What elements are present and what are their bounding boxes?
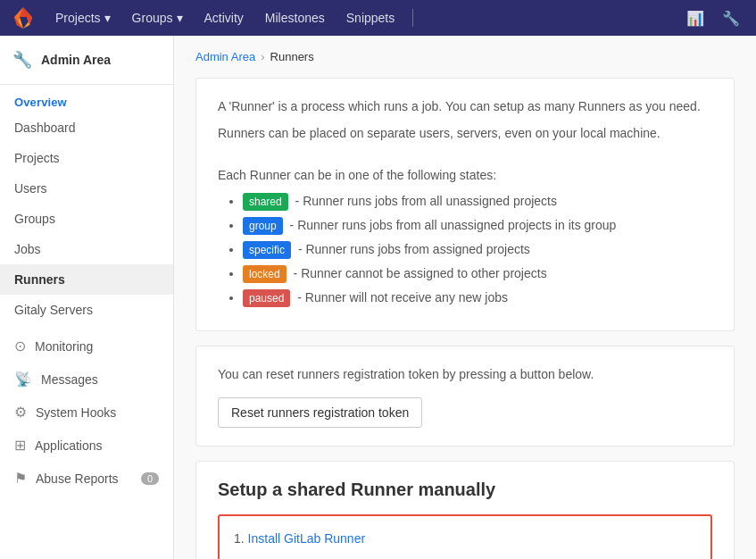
setup-step-2: 2. Specify the following URL during the … xyxy=(234,555,696,559)
sidebar-item-jobs[interactable]: Jobs xyxy=(0,234,173,264)
monitoring-icon: ⊙ xyxy=(14,338,26,355)
badge-locked: locked xyxy=(243,265,287,283)
chevron-down-icon: ▾ xyxy=(177,11,183,25)
setup-step-1: 1. Install GitLab Runner xyxy=(234,529,696,548)
runner-states-list: shared - Runner runs jobs from all unass… xyxy=(218,192,712,307)
reset-card: You can reset runners registration token… xyxy=(195,346,735,446)
runner-info-card: A 'Runner' is a process which runs a job… xyxy=(195,78,735,331)
sidebar-header: 🔧 Admin Area xyxy=(0,36,173,85)
sidebar-item-runners[interactable]: Runners xyxy=(0,264,173,295)
runner-desc-line1: A 'Runner' is a process which runs a job… xyxy=(218,96,712,116)
badge-shared: shared xyxy=(243,193,288,211)
sidebar-section-system-hooks[interactable]: ⚙ System Hooks xyxy=(0,396,173,429)
nav-icons: 📊 🔧 xyxy=(681,4,745,32)
chevron-down-icon: ▾ xyxy=(104,11,111,25)
sidebar-section-messages[interactable]: 📡 Messages xyxy=(0,363,173,396)
breadcrumb-current: Runners xyxy=(270,50,314,63)
nav-milestones[interactable]: Milestones xyxy=(256,0,334,36)
nav-activity[interactable]: Activity xyxy=(195,0,253,36)
nav-projects[interactable]: Projects ▾ xyxy=(46,0,120,36)
badge-specific: specific xyxy=(243,241,291,259)
sidebar-item-dashboard[interactable]: Dashboard xyxy=(0,113,173,143)
messages-icon: 📡 xyxy=(14,371,32,388)
install-runner-link[interactable]: Install GitLab Runner xyxy=(248,531,366,546)
list-item: paused - Runner will not receive any new… xyxy=(243,288,712,307)
runner-desc-line2: Runners can be placed on separate users,… xyxy=(218,123,712,143)
badge-paused: paused xyxy=(243,289,290,307)
sidebar-section-applications[interactable]: ⊞ Applications xyxy=(0,429,173,462)
breadcrumb: Admin Area › Runners xyxy=(195,50,735,63)
sidebar-item-gitaly-servers[interactable]: Gitaly Servers xyxy=(0,295,173,325)
sidebar-item-users[interactable]: Users xyxy=(0,173,173,204)
chart-icon[interactable]: 📊 xyxy=(681,4,710,32)
sidebar-item-projects[interactable]: Projects xyxy=(0,143,173,173)
sidebar: 🔧 Admin Area Overview Dashboard Projects… xyxy=(0,36,174,559)
applications-icon: ⊞ xyxy=(14,437,26,454)
sidebar-section-abuse-reports[interactable]: ⚑ Abuse Reports 0 xyxy=(0,462,173,495)
nav-snippets[interactable]: Snippets xyxy=(337,0,403,36)
list-item: group - Runner runs jobs from all unassi… xyxy=(243,216,712,235)
abuse-reports-badge: 0 xyxy=(141,472,159,485)
sidebar-item-groups[interactable]: Groups xyxy=(0,204,173,234)
badge-group: group xyxy=(243,217,283,235)
sidebar-section-overview: Overview xyxy=(0,85,173,113)
list-item: specific - Runner runs jobs from assigne… xyxy=(243,240,712,259)
sidebar-section-monitoring[interactable]: ⊙ Monitoring xyxy=(0,325,173,363)
reset-desc: You can reset runners registration token… xyxy=(218,364,712,384)
wrench-icon[interactable]: 🔧 xyxy=(717,4,745,32)
runner-states-intro: Each Runner can be in one of the followi… xyxy=(218,165,712,185)
reset-token-button[interactable]: Reset runners registration token xyxy=(218,397,422,428)
setup-title: Setup a shared Runner manually xyxy=(218,480,712,500)
main-content: Admin Area › Runners A 'Runner' is a pro… xyxy=(174,36,756,559)
abuse-icon: ⚑ xyxy=(14,470,27,487)
gitlab-logo[interactable] xyxy=(11,5,36,30)
setup-box: 1. Install GitLab Runner 2. Specify the … xyxy=(218,514,712,559)
breadcrumb-parent[interactable]: Admin Area xyxy=(195,50,255,63)
top-nav: Projects ▾ Groups ▾ Activity Milestones … xyxy=(0,0,756,36)
list-item: locked - Runner cannot be assigned to ot… xyxy=(243,264,712,283)
hooks-icon: ⚙ xyxy=(14,404,27,421)
nav-groups[interactable]: Groups ▾ xyxy=(123,0,192,36)
setup-card: Setup a shared Runner manually 1. Instal… xyxy=(195,461,735,559)
nav-divider xyxy=(412,9,413,27)
list-item: shared - Runner runs jobs from all unass… xyxy=(243,192,712,211)
breadcrumb-separator: › xyxy=(261,50,264,63)
admin-wrench-icon: 🔧 xyxy=(12,50,32,70)
